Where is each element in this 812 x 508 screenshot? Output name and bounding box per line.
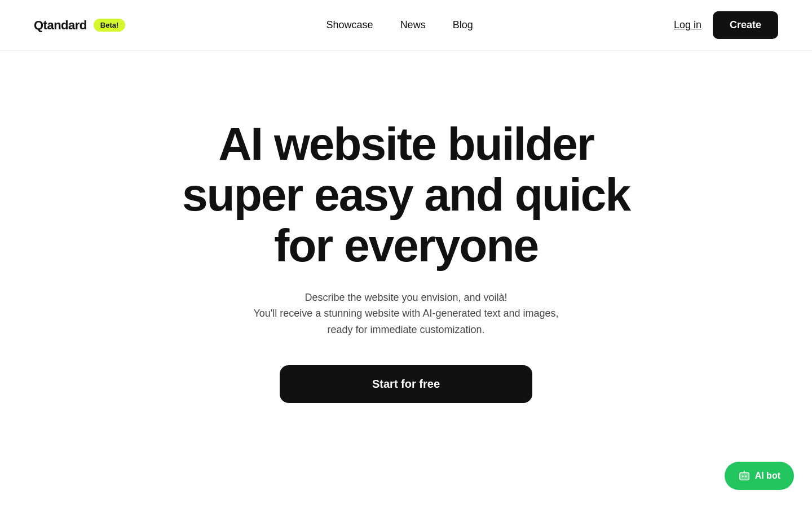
svg-point-1 bbox=[742, 476, 744, 478]
svg-point-2 bbox=[745, 476, 747, 478]
beta-badge: Beta! bbox=[94, 19, 126, 32]
nav-center: Showcase News Blog bbox=[326, 19, 473, 31]
hero-section: AI website builder super easy and quick … bbox=[0, 51, 812, 403]
navbar: Qtandard Beta! Showcase News Blog Log in… bbox=[0, 0, 812, 51]
svg-point-3 bbox=[744, 471, 745, 472]
nav-link-blog[interactable]: Blog bbox=[453, 19, 473, 31]
ai-bot-button[interactable]: AI bot bbox=[725, 462, 794, 490]
hero-title: AI website builder super easy and quick … bbox=[152, 119, 660, 271]
create-button[interactable]: Create bbox=[713, 11, 778, 39]
ai-bot-label: AI bot bbox=[755, 471, 780, 481]
nav-right: Log in Create bbox=[674, 11, 778, 39]
login-button[interactable]: Log in bbox=[674, 19, 701, 31]
brand-logo: Qtandard bbox=[34, 18, 87, 33]
ai-bot-icon bbox=[738, 470, 751, 482]
nav-left: Qtandard Beta! bbox=[34, 18, 125, 33]
nav-link-showcase[interactable]: Showcase bbox=[326, 19, 373, 31]
hero-subtitle: Describe the website you envision, and v… bbox=[253, 290, 558, 338]
nav-link-news[interactable]: News bbox=[400, 19, 426, 31]
start-for-free-button[interactable]: Start for free bbox=[280, 365, 532, 403]
svg-rect-0 bbox=[739, 473, 749, 480]
